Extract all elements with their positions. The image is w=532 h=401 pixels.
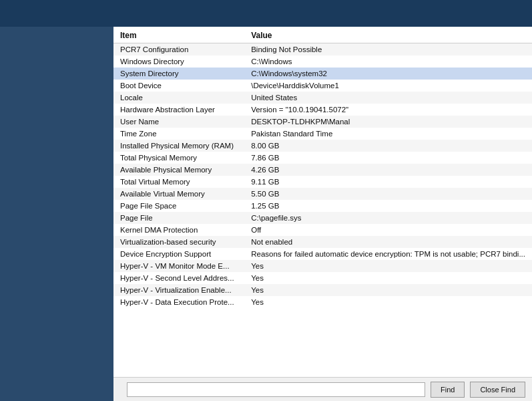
table-cell-value: Binding Not Possible: [244, 43, 532, 56]
table-cell-item: Locale: [113, 92, 244, 104]
table-cell-item: Hyper-V - Virtualization Enable...: [113, 284, 244, 296]
table-row: Available Physical Memory4.26 GB: [113, 164, 532, 176]
bottom-bar: Find Close Find: [113, 377, 532, 401]
table-row: Boot Device\Device\HarddiskVolume1: [113, 80, 532, 92]
table-cell-value: Off: [244, 224, 532, 236]
table-cell-value: C:\pagefile.sys: [244, 212, 532, 224]
table-cell-item: Available Virtual Memory: [113, 188, 244, 200]
table-cell-item: Time Zone: [113, 128, 244, 140]
table-cell-value: Pakistan Standard Time: [244, 128, 532, 140]
system-info-table: Item Value PCR7 ConfigurationBinding Not…: [113, 27, 532, 308]
table-cell-value: \Device\HarddiskVolume1: [244, 80, 532, 92]
table-row: User NameDESKTOP-TLDHKPM\Manal: [113, 116, 532, 128]
table-cell-item: Kernel DMA Protection: [113, 224, 244, 236]
table-cell-item: Page File Space: [113, 200, 244, 212]
table-cell-item: Total Physical Memory: [113, 152, 244, 164]
table-cell-value: DESKTOP-TLDHKPM\Manal: [244, 116, 532, 128]
table-cell-value: 8.00 GB: [244, 140, 532, 152]
table-cell-value: Version = "10.0.19041.5072": [244, 104, 532, 116]
table-cell-value: Yes: [244, 260, 532, 272]
table-cell-value: 4.26 GB: [244, 164, 532, 176]
table-row: Hyper-V - Virtualization Enable...Yes: [113, 284, 532, 296]
table-row: Kernel DMA ProtectionOff: [113, 224, 532, 236]
table-row: Installed Physical Memory (RAM)8.00 GB: [113, 140, 532, 152]
table-cell-item: Hardware Abstraction Layer: [113, 104, 244, 116]
table-cell-item: Hyper-V - VM Monitor Mode E...: [113, 260, 244, 272]
column-header-value: Value: [244, 27, 532, 43]
table-row: Hardware Abstraction LayerVersion = "10.…: [113, 104, 532, 116]
table-container: Item Value PCR7 ConfigurationBinding Not…: [113, 27, 532, 377]
table-row: Device Encryption SupportReasons for fai…: [113, 248, 532, 260]
table-cell-value: C:\Windows: [244, 55, 532, 68]
table-cell-item: Device Encryption Support: [113, 248, 244, 260]
table-cell-item: Virtualization-based security: [113, 236, 244, 248]
table-cell-value: 7.86 GB: [244, 152, 532, 164]
table-cell-value: Yes: [244, 272, 532, 284]
table-row: Time ZonePakistan Standard Time: [113, 128, 532, 140]
table-cell-value: 1.25 GB: [244, 200, 532, 212]
find-button[interactable]: Find: [431, 382, 465, 398]
table-cell-item: Available Physical Memory: [113, 164, 244, 176]
table-cell-value: Not enabled: [244, 236, 532, 248]
table-cell-value: Reasons for failed automatic device encr…: [244, 248, 532, 260]
table-cell-item: Page File: [113, 212, 244, 224]
table-row: Virtualization-based securityNot enabled: [113, 236, 532, 248]
table-cell-value: 5.50 GB: [244, 188, 532, 200]
table-cell-item: User Name: [113, 116, 244, 128]
table-cell-item: Hyper-V - Data Execution Prote...: [113, 296, 244, 308]
table-cell-item: Installed Physical Memory (RAM): [113, 140, 244, 152]
table-row: Page FileC:\pagefile.sys: [113, 212, 532, 224]
sidebar: [0, 27, 113, 401]
table-row: PCR7 ConfigurationBinding Not Possible: [113, 43, 532, 56]
column-header-item: Item: [113, 27, 244, 43]
top-bar: [0, 0, 532, 27]
table-row: Hyper-V - VM Monitor Mode E...Yes: [113, 260, 532, 272]
table-cell-value: Yes: [244, 284, 532, 296]
table-row: Total Physical Memory7.86 GB: [113, 152, 532, 164]
table-cell-item: Boot Device: [113, 80, 244, 92]
table-cell-item: PCR7 Configuration: [113, 43, 244, 56]
table-cell-item: System Directory: [113, 68, 244, 80]
table-row: Page File Space1.25 GB: [113, 200, 532, 212]
close-find-button[interactable]: Close Find: [470, 382, 525, 398]
table-row: System DirectoryC:\Windows\system32: [113, 68, 532, 80]
table-cell-value: 9.11 GB: [244, 176, 532, 188]
table-cell-item: Total Virtual Memory: [113, 176, 244, 188]
table-cell-value: United States: [244, 92, 532, 104]
table-row: Available Virtual Memory5.50 GB: [113, 188, 532, 200]
table-cell-item: Hyper-V - Second Level Addres...: [113, 272, 244, 284]
table-cell-value: C:\Windows\system32: [244, 68, 532, 80]
table-row: Windows DirectoryC:\Windows: [113, 55, 532, 68]
table-row: LocaleUnited States: [113, 92, 532, 104]
table-cell-item: Windows Directory: [113, 55, 244, 68]
find-input[interactable]: [127, 382, 425, 397]
main-content: Item Value PCR7 ConfigurationBinding Not…: [113, 27, 532, 401]
table-row: Hyper-V - Second Level Addres...Yes: [113, 272, 532, 284]
table-row: Total Virtual Memory9.11 GB: [113, 176, 532, 188]
table-cell-value: Yes: [244, 296, 532, 308]
table-row: Hyper-V - Data Execution Prote...Yes: [113, 296, 532, 308]
